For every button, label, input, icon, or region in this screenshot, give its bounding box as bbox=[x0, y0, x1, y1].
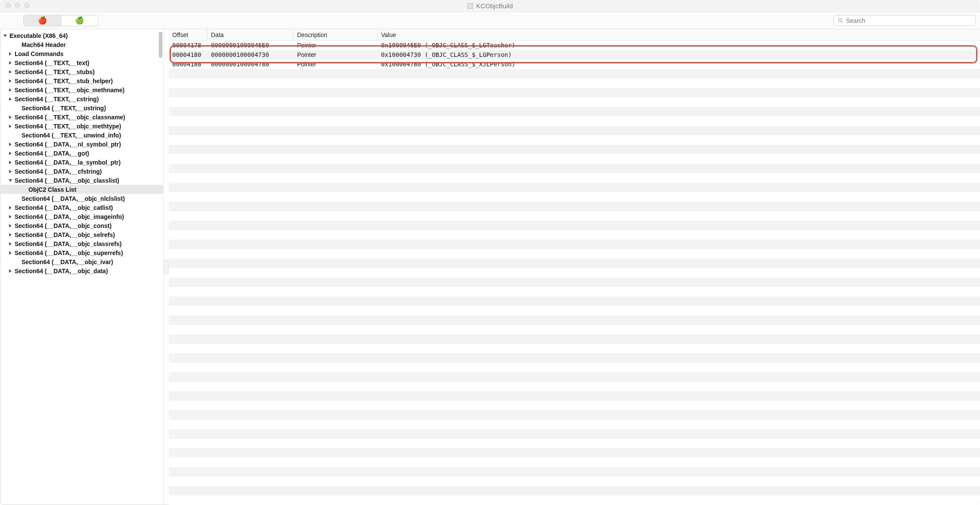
disclosure-right-icon[interactable] bbox=[8, 160, 13, 165]
disclosure-right-icon[interactable] bbox=[8, 51, 13, 56]
window-controls bbox=[5, 3, 30, 8]
th-data[interactable]: Data bbox=[208, 29, 294, 40]
tree-item[interactable]: Section64 (__DATA,__objc_imageinfo) bbox=[0, 212, 163, 221]
disclosure-right-icon[interactable] bbox=[8, 87, 13, 93]
tree-item[interactable]: Section64 (__DATA,__la_symbol_ptr) bbox=[0, 158, 163, 167]
table-row[interactable]: 000041880000000100004780Pointer0x1000047… bbox=[169, 59, 980, 69]
zoom-window-button[interactable] bbox=[24, 3, 30, 8]
svg-marker-11 bbox=[9, 143, 12, 146]
disclosure-right-icon[interactable] bbox=[8, 115, 13, 120]
tree-item[interactable]: ObjC2 Class List bbox=[0, 185, 163, 194]
tree-item-label: Section64 (__TEXT,__cstring) bbox=[15, 96, 99, 103]
seg-item-1[interactable]: 🍏 bbox=[61, 16, 98, 26]
disclosure-spacer bbox=[15, 42, 20, 47]
minimize-window-button[interactable] bbox=[15, 3, 20, 8]
disclosure-right-icon[interactable] bbox=[8, 268, 13, 274]
tree-item-label: Load Commands bbox=[15, 50, 64, 57]
disclosure-right-icon[interactable] bbox=[8, 78, 13, 84]
tree-item[interactable]: Section64 (__TEXT,__cstring) bbox=[0, 94, 163, 103]
tree-item[interactable]: Section64 (__TEXT,__unwind_info) bbox=[0, 131, 163, 140]
tree-item[interactable]: Section64 (__TEXT,__objc_methname) bbox=[0, 85, 163, 94]
tree-item[interactable]: Section64 (__DATA,__objc_selrefs) bbox=[0, 230, 163, 239]
tree-item[interactable]: Section64 (__TEXT,__text) bbox=[0, 58, 163, 67]
tree-item[interactable]: Section64 (__DATA,__objc_classrefs) bbox=[0, 239, 163, 248]
disclosure-right-icon[interactable] bbox=[8, 214, 13, 219]
tree-item[interactable]: Section64 (__DATA,__objc_catlist) bbox=[0, 203, 163, 212]
tree-item-label: Section64 (__DATA,__objc_classrefs) bbox=[15, 240, 121, 247]
disclosure-spacer bbox=[15, 259, 20, 265]
tree-item[interactable]: Section64 (__DATA,__cfstring) bbox=[0, 167, 163, 176]
tree-item[interactable]: Section64 (__TEXT,__objc_methtype) bbox=[0, 122, 163, 131]
svg-marker-14 bbox=[9, 170, 12, 173]
disclosure-right-icon[interactable] bbox=[8, 124, 13, 129]
tree-item[interactable]: Section64 (__DATA,__objc_nlclslist) bbox=[0, 194, 163, 203]
tree-item-label: Section64 (__DATA,__nl_symbol_ptr) bbox=[15, 141, 121, 148]
table-row[interactable]: 0000417800000001000046E0Pointer0x1000046… bbox=[169, 41, 980, 50]
tree-item[interactable]: Section64 (__TEXT,__stubs) bbox=[0, 67, 163, 76]
cell-offset: 00004188 bbox=[169, 61, 208, 68]
disclosure-right-icon[interactable] bbox=[8, 223, 13, 228]
tree-item-label: Section64 (__DATA,__cfstring) bbox=[15, 168, 102, 175]
tree-item[interactable]: Section64 (__DATA,__nl_symbol_ptr) bbox=[0, 140, 163, 149]
disclosure-right-icon[interactable] bbox=[8, 250, 13, 256]
tree-item[interactable]: Section64 (__TEXT,__ustring) bbox=[0, 103, 163, 112]
disclosure-right-icon[interactable] bbox=[8, 151, 13, 156]
th-offset[interactable]: Offset bbox=[169, 29, 208, 40]
tree-root[interactable]: Executable (X86_64) bbox=[0, 31, 163, 40]
th-desc-label: Description bbox=[297, 31, 327, 38]
th-description[interactable]: Description bbox=[294, 29, 378, 40]
tree-item-label: Section64 (__DATA,__objc_selrefs) bbox=[15, 231, 115, 238]
disclosure-spacer bbox=[15, 196, 20, 201]
tree-item[interactable]: Section64 (__DATA,__objc_ivar) bbox=[0, 257, 163, 266]
table-header: Offset Data Description Value bbox=[169, 29, 980, 41]
view-mode-segment: 🍎 🍏 bbox=[23, 15, 98, 26]
tree-item[interactable]: Section64 (__TEXT,__objc_classname) bbox=[0, 112, 163, 122]
th-value[interactable]: Value bbox=[378, 29, 980, 40]
tree-item[interactable]: Mach64 Header bbox=[0, 40, 163, 49]
svg-marker-2 bbox=[3, 34, 7, 37]
seg-item-0[interactable]: 🍎 bbox=[24, 16, 61, 26]
disclosure-right-icon[interactable] bbox=[8, 97, 13, 102]
table-row[interactable]: 000041800000000100004730Pointer0x1000047… bbox=[169, 50, 980, 59]
disclosure-down-icon[interactable] bbox=[8, 178, 13, 183]
cell-offset: 00004180 bbox=[169, 51, 208, 58]
window-title-wrap: KCObjcBuild bbox=[467, 2, 513, 9]
tree-item[interactable]: Section64 (__DATA,__objc_data) bbox=[0, 266, 163, 275]
tree-item[interactable]: Section64 (__TEXT,__stub_helper) bbox=[0, 76, 163, 85]
search-input[interactable] bbox=[846, 17, 972, 24]
disclosure-right-icon[interactable] bbox=[8, 205, 13, 210]
tree-item[interactable]: Section64 (__DATA,__got) bbox=[0, 149, 163, 158]
close-window-button[interactable] bbox=[5, 3, 11, 8]
tree-item[interactable]: Section64 (__DATA,__objc_classlist) bbox=[0, 176, 163, 185]
search-field-wrap[interactable] bbox=[834, 15, 976, 26]
tree-item-label: Section64 (__TEXT,__stub_helper) bbox=[15, 78, 113, 84]
disclosure-down-icon[interactable] bbox=[3, 33, 8, 38]
outline-sidebar[interactable]: Executable (X86_64) Mach64 HeaderLoad Co… bbox=[0, 29, 164, 505]
disclosure-right-icon[interactable] bbox=[8, 169, 13, 174]
svg-marker-3 bbox=[9, 52, 12, 56]
cell-value: 0x100004780 (_OBJC_CLASS_$_XJLPerson) bbox=[378, 61, 980, 68]
disclosure-right-icon[interactable] bbox=[8, 60, 13, 65]
tree-item-label: Section64 (__TEXT,__objc_methname) bbox=[15, 87, 124, 94]
disclosure-spacer bbox=[15, 106, 20, 111]
disclosure-right-icon[interactable] bbox=[8, 241, 13, 246]
sidebar-scrollbar[interactable] bbox=[159, 32, 162, 58]
tree-item-label: Section64 (__DATA,__got) bbox=[15, 150, 89, 157]
table-body[interactable]: 0000417800000001000046E0Pointer0x1000046… bbox=[169, 41, 980, 505]
disclosure-spacer bbox=[22, 187, 27, 192]
svg-line-1 bbox=[841, 21, 842, 22]
splitter[interactable] bbox=[164, 29, 169, 505]
cell-description: Pointer bbox=[294, 61, 378, 68]
tree-item[interactable]: Section64 (__DATA,__objc_superrefs) bbox=[0, 248, 163, 257]
tree-item-label: Mach64 Header bbox=[22, 41, 66, 48]
disclosure-right-icon[interactable] bbox=[8, 232, 13, 237]
tree-item[interactable]: Load Commands bbox=[0, 49, 163, 58]
splitter-handle-icon bbox=[164, 260, 168, 274]
svg-marker-21 bbox=[9, 251, 12, 255]
svg-marker-19 bbox=[9, 233, 12, 237]
tree-item-label: Section64 (__TEXT,__text) bbox=[15, 59, 90, 66]
tree-item[interactable]: Section64 (__DATA,__objc_const) bbox=[0, 221, 163, 230]
disclosure-right-icon[interactable] bbox=[8, 142, 13, 147]
disclosure-right-icon[interactable] bbox=[8, 69, 13, 75]
tree-item-label: Section64 (__DATA,__objc_classlist) bbox=[15, 177, 119, 184]
